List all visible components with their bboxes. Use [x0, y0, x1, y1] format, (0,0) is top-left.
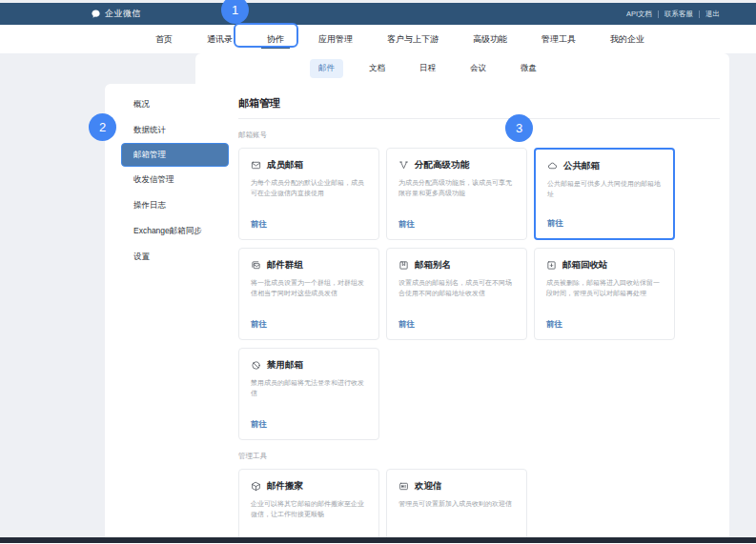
card-head: 邮箱别名 — [398, 259, 515, 272]
api-docs-link[interactable]: API文档 — [626, 10, 652, 19]
nav-item-app-management[interactable]: 应用管理 — [318, 25, 353, 53]
card-description: 企业可以将其它邮箱的邮件搬家至企业微信，让工作衔接更顺畅 — [251, 498, 367, 519]
mail-alias-icon — [398, 260, 409, 271]
package-icon — [251, 481, 261, 492]
card-disabled-mailbox[interactable]: 禁用邮箱 禁用成员的邮箱将无法登录和进行收发信 前往 — [238, 348, 379, 440]
sidebar-item-operation-log[interactable]: 操作日志 — [105, 192, 229, 218]
card-head: 欢迎信 — [398, 480, 515, 493]
brand-logo: 企业微信 — [91, 3, 141, 25]
card-title: 邮箱别名 — [415, 259, 451, 272]
card-head: 分配高级功能 — [398, 159, 515, 171]
card-mailbox-recycle-bin[interactable]: 邮箱回收站 成员被删除，邮箱将进入回收站保留一段时间，管理员可以对邮箱再处理 前… — [534, 248, 675, 340]
card-title: 分配高级功能 — [415, 159, 469, 171]
nav-items: 首页 通讯录 协作 应用管理 客户与上下游 高级功能 管理工具 我的企业 — [155, 25, 644, 53]
sidebar-item-mailbox-management[interactable]: 邮箱管理 — [121, 143, 229, 167]
card-head: 成员邮箱 — [251, 159, 367, 171]
primary-navbar: 首页 通讯录 协作 应用管理 客户与上下游 高级功能 管理工具 我的企业 — [0, 25, 756, 53]
card-head: 公共邮箱 — [547, 160, 662, 172]
card-grid-admin-tools: 邮件搬家 企业可以将其它邮箱的邮件搬家至企业微信，让工作衔接更顺畅 前往 欢迎信… — [238, 469, 679, 537]
tab-docs[interactable]: 文档 — [360, 59, 394, 78]
section-label-admin-tools: 管理工具 — [238, 452, 729, 461]
card-public-mailbox[interactable]: 公共邮箱 公共邮箱是可供多人共同使用的邮箱地址 前往 — [534, 148, 675, 240]
card-grid-mail-accounts: 成员邮箱 为每个成员分配的默认企业邮箱，成员可在企业微信内直接使用 前往 分配高… — [238, 148, 679, 440]
card-description: 成员被删除，邮箱将进入回收站保留一段时间，管理员可以对邮箱再处理 — [546, 277, 663, 298]
go-to-link[interactable]: 前往 — [251, 219, 367, 231]
sidebar: 概况 数据统计 邮箱管理 收发信管理 操作日志 Exchange邮箱同步 设置 — [105, 91, 229, 270]
admin-console-window: 企业微信 API文档 联系客服 退出 首页 通讯录 协作 应用管理 客户与上下游… — [0, 0, 756, 544]
card-mail-group[interactable]: 邮件群组 将一批成员设置为一个群组，对群组发信相当于同时对这些成员发信 前往 — [238, 248, 379, 340]
card-head: 禁用邮箱 — [251, 359, 367, 372]
sidebar-item-settings[interactable]: 设置 — [105, 244, 229, 270]
card-description: 为成员分配高级功能后，该成员可享无限容量和更多高级功能 — [398, 177, 515, 198]
sidebar-item-exchange-sync[interactable]: Exchange邮箱同步 — [105, 218, 229, 244]
card-head: 邮件搬家 — [251, 480, 367, 493]
main-panel: 概况 数据统计 邮箱管理 收发信管理 操作日志 Exchange邮箱同步 设置 … — [105, 84, 729, 537]
public-mailbox-icon — [547, 161, 558, 171]
card-mail-migration[interactable]: 邮件搬家 企业可以将其它邮箱的邮件搬家至企业微信，让工作衔接更顺畅 前往 — [238, 469, 379, 537]
go-to-link[interactable]: 前往 — [546, 319, 663, 331]
card-description: 禁用成员的邮箱将无法登录和进行收发信 — [251, 377, 367, 398]
sub-tab-panel: 邮件 文档 日程 会议 微盘 — [195, 53, 729, 84]
divider — [699, 10, 700, 18]
sidebar-item-overview[interactable]: 概况 — [105, 91, 229, 117]
topbar: 企业微信 API文档 联系客服 退出 — [0, 3, 756, 25]
nav-item-collaboration[interactable]: 协作 — [267, 25, 284, 53]
card-title: 成员邮箱 — [267, 159, 303, 171]
card-mail-alias[interactable]: 邮箱别名 设置成员的邮箱别名，成员可在不同场合使用不同的邮箱地址收发信 前往 — [386, 248, 527, 340]
tab-schedule[interactable]: 日程 — [411, 59, 444, 78]
card-description: 设置成员的邮箱别名，成员可在不同场合使用不同的邮箱地址收发信 — [398, 277, 515, 298]
tab-drive[interactable]: 微盘 — [512, 59, 545, 78]
card-premium-features[interactable]: 分配高级功能 为成员分配高级功能后，该成员可享无限容量和更多高级功能 前往 — [386, 148, 527, 240]
nav-item-advanced-features[interactable]: 高级功能 — [473, 25, 507, 53]
card-description: 公共邮箱是可供多人共同使用的邮箱地址 — [547, 178, 662, 199]
card-title: 邮件搬家 — [267, 480, 303, 493]
logout-link[interactable]: 退出 — [705, 10, 720, 19]
go-to-link[interactable]: 前往 — [251, 319, 367, 331]
card-description: 为每个成员分配的默认企业邮箱，成员可在企业微信内直接使用 — [251, 177, 367, 198]
welcome-letter-icon — [398, 481, 409, 492]
topbar-links: API文档 联系客服 退出 — [626, 3, 720, 25]
nav-item-contacts[interactable]: 通讯录 — [207, 25, 233, 53]
card-title: 禁用邮箱 — [267, 359, 303, 372]
annotation-mark-3: 3 — [505, 114, 533, 142]
go-to-link[interactable]: 前往 — [398, 219, 515, 231]
section-label-mail-accounts: 邮箱账号 — [238, 131, 729, 140]
page-title: 邮箱管理 — [238, 96, 729, 111]
brand-name: 企业微信 — [105, 8, 141, 20]
nav-item-home[interactable]: 首页 — [155, 25, 173, 53]
go-to-link[interactable]: 前往 — [251, 419, 367, 431]
nav-item-my-company[interactable]: 我的企业 — [610, 25, 644, 53]
card-description: 将一批成员设置为一个群组，对群组发信相当于同时对这些成员发信 — [251, 277, 367, 298]
sidebar-item-send-receive-management[interactable]: 收发信管理 — [105, 167, 229, 192]
divider — [238, 118, 720, 119]
card-title: 邮件群组 — [267, 259, 303, 272]
mail-group-icon — [251, 260, 261, 271]
content-area: 邮箱管理 邮箱账号 成员邮箱 为每个成员分配的默认企业邮箱，成员可在企业微信内直… — [238, 84, 729, 537]
card-title: 邮箱回收站 — [562, 259, 608, 272]
tab-mail[interactable]: 邮件 — [310, 59, 343, 78]
annotation-mark-2: 2 — [89, 113, 116, 141]
card-head: 邮件群组 — [251, 259, 367, 272]
nav-item-admin-tools[interactable]: 管理工具 — [541, 25, 576, 53]
card-description: 管理员可设置新加入成员收到的欢迎信 — [398, 498, 515, 509]
contact-support-link[interactable]: 联系客服 — [664, 10, 693, 19]
divider — [658, 10, 659, 18]
card-head: 邮箱回收站 — [546, 259, 663, 272]
card-member-mailbox[interactable]: 成员邮箱 为每个成员分配的默认企业邮箱，成员可在企业微信内直接使用 前往 — [238, 148, 379, 240]
nav-item-customers[interactable]: 客户与上下游 — [387, 25, 439, 53]
sidebar-item-statistics[interactable]: 数据统计 — [105, 117, 229, 143]
envelope-icon — [251, 160, 261, 171]
go-to-link[interactable]: 前往 — [398, 319, 515, 331]
recycle-bin-icon — [546, 260, 557, 271]
chat-bubble-icon — [91, 9, 101, 19]
card-title: 公共邮箱 — [563, 160, 600, 172]
go-to-link[interactable]: 前往 — [547, 218, 662, 230]
disabled-icon — [251, 360, 261, 371]
card-title: 欢迎信 — [415, 480, 442, 493]
sub-tabs: 邮件 文档 日程 会议 微盘 — [310, 53, 545, 84]
premium-v-icon — [398, 160, 409, 171]
tab-meeting[interactable]: 会议 — [461, 59, 495, 78]
card-welcome-letter[interactable]: 欢迎信 管理员可设置新加入成员收到的欢迎信 前往 — [386, 469, 527, 537]
